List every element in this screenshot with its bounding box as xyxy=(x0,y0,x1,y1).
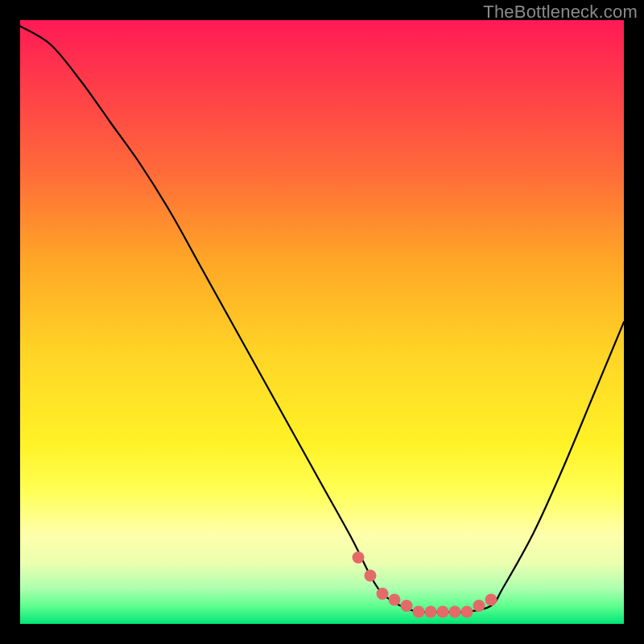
optimal-marker-dot xyxy=(389,594,401,606)
bottleneck-curve xyxy=(20,27,624,613)
watermark-text: TheBottleneck.com xyxy=(483,2,638,23)
optimal-marker-dot xyxy=(449,606,461,618)
chart-svg xyxy=(20,20,624,624)
optimal-marker-dot xyxy=(425,606,437,618)
optimal-range-markers xyxy=(353,551,497,618)
optimal-marker-dot xyxy=(401,600,413,612)
optimal-marker-dot xyxy=(461,606,473,618)
plot-area xyxy=(20,20,624,624)
optimal-marker-dot xyxy=(485,594,497,606)
optimal-marker-dot xyxy=(473,600,485,612)
optimal-marker-dot xyxy=(353,551,365,564)
optimal-marker-dot xyxy=(437,606,449,618)
chart-container: TheBottleneck.com xyxy=(0,0,644,644)
optimal-marker-dot xyxy=(365,570,377,582)
optimal-marker-dot xyxy=(413,606,425,618)
optimal-marker-dot xyxy=(377,588,389,600)
